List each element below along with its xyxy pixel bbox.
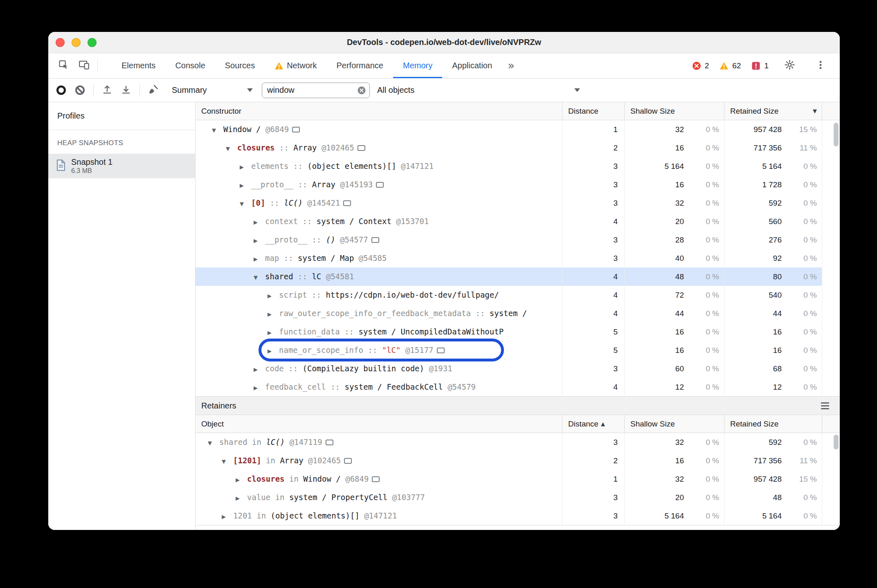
constructor-row[interactable]: ▼Window / @68491320 %957 42815 % xyxy=(196,120,840,139)
tab-console[interactable]: Console xyxy=(165,53,215,78)
size-percent: 15 % xyxy=(782,120,817,139)
expand-toggle-icon[interactable]: ▶ xyxy=(254,360,265,378)
collapse-toggle-icon[interactable]: ▼ xyxy=(240,195,251,212)
expand-toggle-icon[interactable]: ▶ xyxy=(268,305,279,323)
constructor-row[interactable]: ▶code :: (CompileLazy builtin code) @193… xyxy=(196,359,840,378)
tab-memory[interactable]: Memory xyxy=(393,53,442,78)
constructor-row[interactable]: ▶__proto__ :: () @545773280 %2760 % xyxy=(196,231,840,249)
load-profile-button[interactable] xyxy=(98,81,117,100)
expand-toggle-icon[interactable]: ▶ xyxy=(268,287,279,304)
close-button[interactable] xyxy=(56,38,65,47)
warnings-badge[interactable]: 62 xyxy=(720,61,741,70)
scrollbar-thumb[interactable] xyxy=(834,435,839,449)
object-filter-select[interactable]: All objects xyxy=(377,85,582,95)
column-header-retained-size[interactable]: Retained Size xyxy=(724,415,822,433)
expand-toggle-icon[interactable]: ▶ xyxy=(236,489,247,507)
inspect-object-icon[interactable] xyxy=(376,182,384,188)
expand-toggle-icon[interactable]: ▶ xyxy=(268,323,279,341)
constructor-row[interactable]: ▶feedback_cell :: system / FeedbackCell … xyxy=(196,378,840,396)
column-header-distance[interactable]: Distance xyxy=(562,102,625,120)
collapse-toggle-icon[interactable]: ▼ xyxy=(212,121,223,139)
expand-toggle-icon[interactable]: ▶ xyxy=(254,250,265,267)
node-text: @6849 xyxy=(265,125,289,134)
column-header-constructor[interactable]: Constructor xyxy=(196,102,562,120)
constructor-row[interactable]: ▶function_data :: system / UncompiledDat… xyxy=(196,323,840,341)
inspect-object-icon[interactable] xyxy=(343,200,351,206)
tab-network[interactable]: Network xyxy=(265,53,326,78)
collapse-toggle-icon[interactable]: ▼ xyxy=(226,139,237,157)
tree-cell: ▶1201 in (object elements)[] @147121 xyxy=(196,507,562,525)
inspect-element-button[interactable] xyxy=(53,53,74,78)
retainer-row[interactable]: ▶closures in Window / @68491320 %957 428… xyxy=(196,470,840,488)
collapse-toggle-icon[interactable]: ▼ xyxy=(208,434,219,451)
clear-view-button[interactable] xyxy=(144,81,163,100)
constructor-row[interactable]: ▶elements :: (object elements)[] @147121… xyxy=(196,157,840,175)
expand-toggle-icon[interactable]: ▶ xyxy=(240,158,251,175)
inspect-object-icon[interactable] xyxy=(437,348,445,353)
zoom-button[interactable] xyxy=(88,38,97,47)
constructor-row[interactable]: ▶map :: system / Map @545853400 %920 % xyxy=(196,249,840,267)
tab-application[interactable]: Application xyxy=(442,53,502,78)
save-profile-button[interactable] xyxy=(117,81,135,100)
retainers-menu-icon[interactable] xyxy=(821,397,829,415)
tab-performance[interactable]: Performance xyxy=(327,53,394,78)
constructor-row[interactable]: ▼[0] :: lC() @1454213320 %5920 % xyxy=(196,194,840,212)
inspect-object-icon[interactable] xyxy=(372,476,380,482)
expand-toggle-icon[interactable]: ▶ xyxy=(240,176,251,194)
column-header-object[interactable]: Object xyxy=(196,415,562,433)
inspect-object-icon[interactable] xyxy=(371,237,379,243)
more-options-button[interactable] xyxy=(810,60,831,72)
class-filter-search[interactable] xyxy=(262,83,370,98)
inspect-object-icon[interactable] xyxy=(326,440,333,445)
constructor-row[interactable]: ▶raw_outer_scope_info_or_feedback_metada… xyxy=(196,304,840,323)
collapse-toggle-icon[interactable]: ▼ xyxy=(254,268,265,286)
retainer-row[interactable]: ▶value in system / PropertyCell @1037773… xyxy=(196,488,840,507)
inspect-object-icon[interactable] xyxy=(292,127,300,132)
tab-elements[interactable]: Elements xyxy=(112,53,165,78)
expand-toggle-icon[interactable]: ▶ xyxy=(254,213,265,231)
expand-toggle-icon[interactable]: ▶ xyxy=(254,379,265,396)
node-text: lC() xyxy=(284,198,307,207)
size-percent: 0 % xyxy=(684,341,719,359)
take-snapshot-button[interactable] xyxy=(52,81,70,100)
retainer-row[interactable]: ▼shared in lC() @1471193320 %5920 % xyxy=(196,433,840,451)
expand-toggle-icon[interactable]: ▶ xyxy=(236,471,247,488)
clear-profiles-button[interactable] xyxy=(70,81,89,100)
constructor-row[interactable]: ▼closures :: Array @1024652160 %717 3561… xyxy=(196,139,840,157)
collapse-toggle-icon[interactable]: ▼ xyxy=(222,452,233,470)
constructor-row[interactable]: ▶script :: https://cdpn.io/web-dot-dev/f… xyxy=(196,286,840,304)
settings-button[interactable] xyxy=(779,59,800,72)
retainer-row[interactable]: ▼[1201] in Array @1024652160 %717 35611 … xyxy=(196,451,840,470)
snapshot-item[interactable]: Snapshot 1 6.3 MB xyxy=(48,154,195,178)
issues-badge[interactable]: 1 xyxy=(751,61,769,70)
perspective-select[interactable]: Summary xyxy=(172,85,253,95)
retainer-row[interactable]: ▶1201 in (object elements)[] @14712135 1… xyxy=(196,507,840,525)
size-percent: 0 % xyxy=(684,286,719,304)
table-bottom-border xyxy=(196,525,840,525)
column-header-shallow-size[interactable]: Shallow Size xyxy=(625,415,724,433)
inspect-object-icon[interactable] xyxy=(344,458,352,464)
retained-size-cell: 120 % xyxy=(724,378,822,396)
expand-toggle-icon[interactable]: ▶ xyxy=(254,231,265,249)
device-toolbar-button[interactable] xyxy=(74,53,94,78)
search-input[interactable] xyxy=(267,85,357,95)
tab-label: Elements xyxy=(121,61,155,70)
errors-badge[interactable]: 2 xyxy=(692,61,709,70)
clear-search-icon[interactable] xyxy=(357,86,366,95)
more-tabs-button[interactable]: » xyxy=(502,53,520,78)
column-header-distance[interactable]: Distance▲ xyxy=(562,415,625,433)
scrollbar-thumb[interactable] xyxy=(834,123,839,146)
constructor-row[interactable]: ▶name_or_scope_info :: "lC" @151775160 %… xyxy=(196,341,840,359)
shallow-size-cell: 160 % xyxy=(625,451,724,470)
column-header-shallow-size[interactable]: Shallow Size xyxy=(625,102,724,120)
constructor-row[interactable]: ▶context :: system / Context @1537014200… xyxy=(196,212,840,231)
minimize-button[interactable] xyxy=(72,38,81,47)
inspect-object-icon[interactable] xyxy=(358,145,365,151)
node-text: :: xyxy=(326,382,345,391)
expand-toggle-icon[interactable]: ▶ xyxy=(268,342,279,359)
constructor-row[interactable]: ▼shared :: lC @545814480 %800 % xyxy=(196,267,840,286)
expand-toggle-icon[interactable]: ▶ xyxy=(222,507,233,525)
constructor-row[interactable]: ▶__proto__ :: Array @1451933160 %1 7280 … xyxy=(196,175,840,194)
column-header-retained-size[interactable]: Retained Size▼ xyxy=(724,102,822,120)
tab-sources[interactable]: Sources xyxy=(215,53,265,78)
